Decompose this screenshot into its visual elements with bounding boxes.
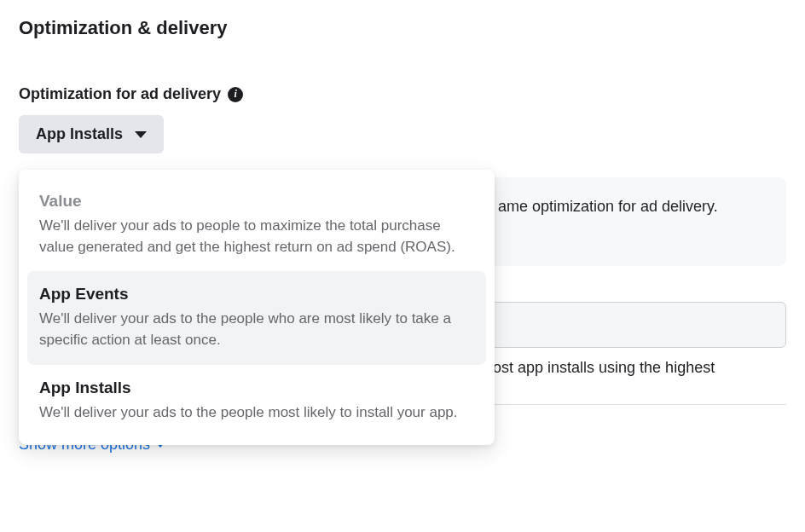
dropdown-option-desc: We'll deliver your ads to the people mos… bbox=[39, 402, 474, 424]
optimization-dropdown-button[interactable]: App Installs bbox=[19, 115, 164, 153]
dropdown-option-title: App Installs bbox=[39, 379, 474, 397]
dropdown-option-title: App Events bbox=[39, 285, 474, 304]
optimization-dropdown-menu: Value We'll deliver your ads to people t… bbox=[19, 170, 495, 445]
caret-down-icon bbox=[135, 131, 147, 138]
dropdown-option-title: Value bbox=[39, 192, 474, 211]
field-label-text: Optimization for ad delivery bbox=[19, 85, 221, 103]
dropdown-option-value[interactable]: Value We'll deliver your ads to people t… bbox=[27, 178, 486, 271]
section-title: Optimization & delivery bbox=[19, 17, 786, 39]
dropdown-option-app-installs[interactable]: App Installs We'll deliver your ads to t… bbox=[27, 365, 486, 437]
dropdown-option-desc: We'll deliver your ads to the people who… bbox=[39, 309, 474, 350]
field-label-row: Optimization for ad delivery i bbox=[19, 85, 786, 103]
dropdown-selected-label: App Installs bbox=[36, 125, 123, 143]
dropdown-option-app-events[interactable]: App Events We'll deliver your ads to the… bbox=[27, 271, 486, 364]
divider bbox=[493, 404, 786, 405]
dropdown-wrapper: App Installs Value We'll deliver your ad… bbox=[19, 115, 786, 405]
dropdown-option-desc: We'll deliver your ads to people to maxi… bbox=[39, 216, 474, 257]
info-icon[interactable]: i bbox=[228, 87, 243, 102]
